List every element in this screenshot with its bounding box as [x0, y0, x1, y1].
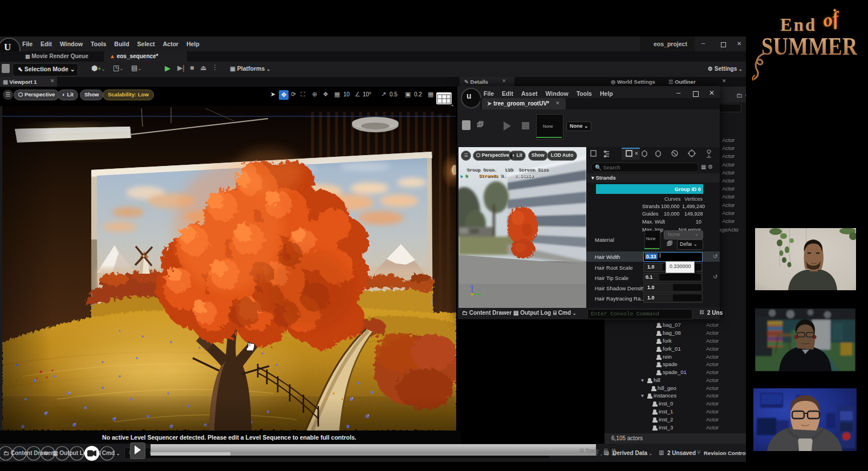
svg-text:Y: Y — [482, 293, 484, 297]
svg-text:Z: Z — [469, 285, 472, 288]
